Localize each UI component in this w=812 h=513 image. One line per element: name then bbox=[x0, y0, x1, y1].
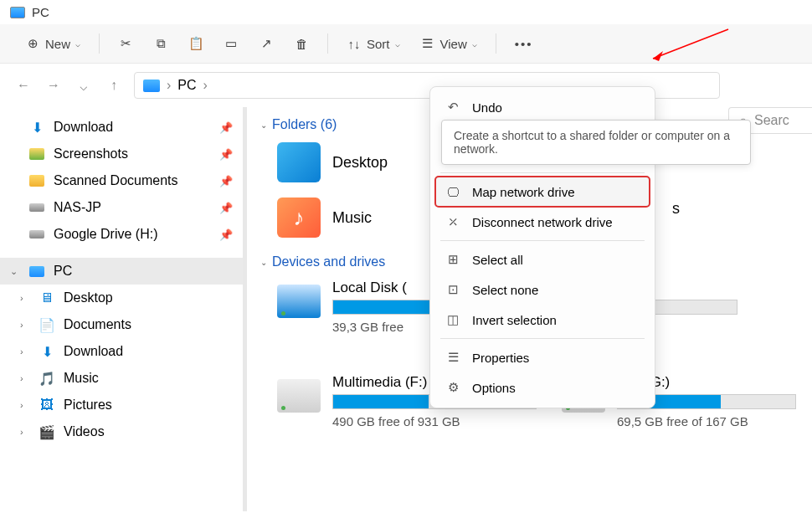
more-button[interactable]: ••• bbox=[506, 32, 542, 56]
properties-icon: ☰ bbox=[445, 350, 460, 365]
menu-options[interactable]: ⚙ Options bbox=[435, 372, 650, 403]
view-label: View bbox=[440, 37, 467, 51]
cut-button[interactable]: ✂ bbox=[110, 31, 141, 56]
videos-icon: 🎬 bbox=[39, 423, 55, 440]
view-button[interactable]: ☰ View ⌵ bbox=[412, 31, 486, 56]
pin-icon: 📌 bbox=[219, 202, 233, 214]
pin-icon: 📌 bbox=[219, 121, 233, 134]
sidebar-music[interactable]: › 🎵 Music bbox=[0, 365, 243, 392]
tooltip: Create a shortcut to a shared folder or … bbox=[441, 120, 751, 165]
breadcrumb-pc[interactable]: PC bbox=[177, 78, 196, 93]
pc-icon bbox=[143, 80, 160, 92]
rename-icon: ▭ bbox=[224, 36, 239, 51]
sidebar-gdrive[interactable]: Google Drive (H:) 📌 bbox=[0, 221, 243, 248]
copy-button[interactable]: ⧉ bbox=[145, 31, 177, 56]
folder-icon bbox=[28, 146, 45, 162]
new-button[interactable]: ⊕ New ⌵ bbox=[17, 31, 89, 56]
chevron-down-icon[interactable]: ⌄ bbox=[10, 266, 20, 277]
sidebar-download-pc[interactable]: › ⬇ Download bbox=[0, 338, 243, 365]
chevron-down-icon: ⌵ bbox=[472, 39, 477, 49]
separator bbox=[99, 33, 100, 54]
select-all-icon: ⊞ bbox=[445, 252, 460, 267]
sort-label: Sort bbox=[367, 37, 390, 51]
menu-undo[interactable]: ↶ Undo bbox=[435, 92, 650, 122]
sidebar-pictures[interactable]: › 🖼 Pictures bbox=[0, 392, 243, 418]
music-folder-icon: ♪ bbox=[277, 198, 321, 238]
breadcrumb-sep: › bbox=[167, 78, 171, 93]
menu-select-none[interactable]: ⊡ Select none bbox=[435, 274, 650, 305]
new-label: New bbox=[45, 37, 70, 51]
chevron-right-icon[interactable]: › bbox=[20, 346, 30, 357]
menu-separator bbox=[440, 172, 645, 173]
menu-select-all[interactable]: ⊞ Select all bbox=[435, 244, 650, 274]
chevron-right-icon[interactable]: › bbox=[20, 293, 30, 303]
paste-icon: 📋 bbox=[188, 36, 203, 51]
sidebar-download[interactable]: ⬇ Download 📌 bbox=[0, 114, 243, 141]
undo-icon: ↶ bbox=[445, 100, 460, 115]
share-icon: ↗ bbox=[259, 36, 274, 51]
desktop-folder-icon bbox=[277, 142, 321, 182]
svg-line-0 bbox=[653, 29, 728, 59]
chevron-down-icon: ⌄ bbox=[260, 258, 267, 267]
window-title: PC bbox=[32, 5, 49, 19]
pin-icon: 📌 bbox=[219, 175, 233, 187]
sort-button[interactable]: ↑↓ Sort ⌵ bbox=[338, 31, 409, 56]
menu-properties[interactable]: ☰ Properties bbox=[435, 342, 650, 372]
rename-button[interactable]: ▭ bbox=[215, 31, 247, 56]
folder-partial-label: s bbox=[672, 200, 701, 218]
sort-icon: ↑↓ bbox=[347, 36, 362, 51]
history-dropdown[interactable]: ⌵ bbox=[74, 75, 94, 95]
plus-icon: ⊕ bbox=[25, 36, 40, 51]
invert-icon: ◫ bbox=[445, 312, 460, 327]
sidebar-videos[interactable]: › 🎬 Videos bbox=[0, 418, 243, 445]
chevron-right-icon[interactable]: › bbox=[20, 427, 30, 437]
chevron-down-icon: ⌄ bbox=[260, 121, 267, 130]
chevron-right-icon[interactable]: › bbox=[20, 373, 30, 383]
arrow-annotation bbox=[645, 25, 737, 67]
copy-icon: ⧉ bbox=[153, 36, 168, 51]
nas-icon bbox=[28, 199, 45, 216]
sidebar-screenshots[interactable]: Screenshots 📌 bbox=[0, 141, 243, 167]
separator bbox=[327, 33, 328, 54]
svg-marker-1 bbox=[653, 51, 663, 61]
pc-icon bbox=[28, 263, 45, 280]
paste-button[interactable]: 📋 bbox=[180, 31, 212, 56]
view-icon: ☰ bbox=[420, 36, 435, 51]
download-icon: ⬇ bbox=[39, 343, 55, 360]
music-icon: 🎵 bbox=[39, 370, 55, 387]
separator bbox=[496, 33, 496, 54]
options-icon: ⚙ bbox=[445, 380, 460, 395]
download-icon: ⬇ bbox=[28, 119, 45, 136]
drive-icon bbox=[277, 285, 321, 318]
sidebar-desktop[interactable]: › 🖥 Desktop bbox=[0, 285, 243, 311]
chevron-down-icon: ⌵ bbox=[395, 39, 400, 49]
chevron-right-icon[interactable]: › bbox=[20, 320, 30, 330]
network-drive-icon: 🖵 bbox=[445, 184, 460, 199]
pictures-icon: 🖼 bbox=[39, 397, 55, 413]
chevron-right-icon[interactable]: › bbox=[20, 400, 30, 410]
drive-icon bbox=[28, 226, 45, 243]
menu-invert[interactable]: ◫ Invert selection bbox=[435, 305, 650, 335]
folder-icon bbox=[28, 172, 45, 189]
sidebar-pc[interactable]: ⌄ PC bbox=[0, 258, 243, 285]
delete-button[interactable]: 🗑 bbox=[285, 31, 317, 56]
ellipsis-icon: ••• bbox=[515, 37, 533, 51]
sidebar-nas[interactable]: NAS-JP 📌 bbox=[0, 194, 243, 221]
chevron-down-icon: ⌵ bbox=[75, 39, 80, 49]
folder-desktop[interactable]: Desktop bbox=[277, 142, 388, 182]
scissors-icon: ✂ bbox=[118, 36, 133, 51]
menu-separator bbox=[440, 240, 645, 241]
pin-icon: 📌 bbox=[219, 148, 233, 161]
forward-button[interactable]: → bbox=[44, 75, 64, 95]
menu-map-drive[interactable]: 🖵 Map network drive bbox=[435, 177, 650, 207]
menu-separator bbox=[440, 338, 645, 339]
desktop-icon: 🖥 bbox=[39, 290, 55, 306]
titlebar: PC bbox=[0, 0, 812, 24]
sidebar-scanned[interactable]: Scanned Documents 📌 bbox=[0, 167, 243, 194]
back-button[interactable]: ← bbox=[13, 75, 33, 95]
up-button[interactable]: ↑ bbox=[104, 75, 124, 95]
folder-music[interactable]: ♪ Music bbox=[277, 198, 388, 238]
sidebar-documents[interactable]: › 📄 Documents bbox=[0, 311, 243, 338]
menu-disconnect[interactable]: ⤫ Disconnect network drive bbox=[435, 207, 650, 237]
share-button[interactable]: ↗ bbox=[250, 31, 282, 56]
